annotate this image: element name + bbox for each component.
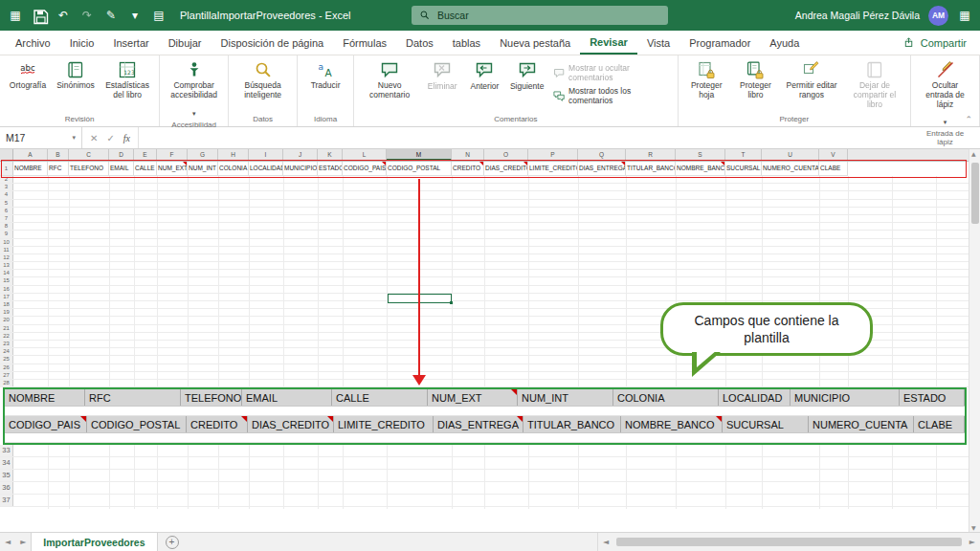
row-number[interactable]: 6: [0, 208, 13, 214]
row-number[interactable]: 9: [0, 231, 13, 237]
workbook-statistics-button[interactable]: Estadísticas del libro: [100, 57, 154, 100]
row-number[interactable]: 24: [0, 348, 13, 355]
row-number[interactable]: 7: [0, 215, 13, 222]
column-header[interactable]: V: [819, 149, 848, 161]
header-cell[interactable]: SUCURSAL: [725, 162, 762, 176]
column-header[interactable]: I: [249, 149, 283, 161]
spelling-button[interactable]: Ortografía: [5, 57, 51, 91]
header-cell[interactable]: NOMBRE_BANCO: [676, 162, 725, 176]
name-box[interactable]: M17▾: [0, 127, 82, 148]
share-button[interactable]: Compartir: [890, 31, 980, 55]
row-number[interactable]: 18: [0, 301, 13, 308]
header-cell[interactable]: NUMERO_CUENTA: [762, 162, 819, 176]
customize-qat-chevron-icon[interactable]: ▾: [127, 8, 143, 23]
ribbon-tab[interactable]: Datos: [396, 31, 443, 55]
column-header[interactable]: J: [283, 149, 318, 161]
row-number[interactable]: 16: [0, 286, 13, 293]
smart-lookup-button[interactable]: Búsqueda inteligente: [234, 57, 292, 100]
ribbon-tab[interactable]: Dibujar: [159, 31, 212, 55]
show-all-comments-button[interactable]: Mostrar todos los comentarios: [553, 86, 671, 105]
row-number[interactable]: 36: [0, 482, 13, 494]
column-header[interactable]: A: [13, 149, 48, 161]
sheet-row[interactable]: 28: [0, 380, 980, 387]
sheet-row[interactable]: 36: [0, 482, 980, 495]
sheet-row[interactable]: 34: [0, 457, 980, 470]
row-number[interactable]: 27: [0, 372, 13, 379]
formula-input[interactable]: [139, 127, 980, 148]
search-input[interactable]: Buscar: [412, 6, 668, 25]
row-number[interactable]: 1: [0, 162, 13, 176]
row-number[interactable]: 25: [0, 356, 13, 363]
sheet-row[interactable]: 15: [0, 277, 980, 285]
row-number[interactable]: 17: [0, 294, 13, 300]
redo-icon[interactable]: ↷: [79, 8, 95, 23]
column-header[interactable]: R: [626, 149, 676, 161]
sheet-row[interactable]: 7: [0, 215, 980, 223]
row-number[interactable]: 14: [0, 270, 13, 276]
column-header[interactable]: N: [452, 149, 484, 161]
row-number[interactable]: 28: [0, 380, 13, 386]
sheet-row[interactable]: 5: [0, 200, 980, 208]
cancel-icon[interactable]: ✕: [90, 133, 98, 143]
header-cell[interactable]: CREDITO: [452, 162, 484, 176]
table-icon[interactable]: ▤: [151, 8, 167, 23]
sheet-row[interactable]: 8: [0, 223, 980, 231]
insert-function-icon[interactable]: fx: [123, 133, 130, 143]
column-header[interactable]: Q: [578, 149, 626, 161]
header-cell[interactable]: NUM_INT: [188, 162, 218, 176]
ribbon-tab[interactable]: Archivo: [6, 31, 60, 55]
header-cell[interactable]: NUM_EXT: [157, 162, 188, 176]
sheet-row[interactable]: 27: [0, 372, 980, 380]
horizontal-scrollbar-thumb[interactable]: [616, 538, 962, 546]
column-header[interactable]: F: [157, 149, 188, 161]
column-header[interactable]: H: [218, 149, 249, 161]
ribbon-tab[interactable]: Revisar: [580, 31, 637, 55]
excel-app-icon[interactable]: ▦: [8, 8, 23, 23]
header-cell[interactable]: CALLE: [134, 162, 157, 176]
column-header[interactable]: U: [762, 149, 819, 161]
row-number[interactable]: 34: [0, 457, 13, 469]
show-hide-comment-button[interactable]: Mostrar u ocultar comentarios: [553, 63, 671, 82]
header-cell[interactable]: TELEFONO: [69, 162, 109, 176]
sheet-row[interactable]: 37: [0, 495, 980, 507]
sheet-row[interactable]: 33: [0, 445, 980, 457]
header-cell[interactable]: DIAS_CREDITO: [484, 162, 528, 176]
header-cell[interactable]: CODIGO_PAIS: [343, 162, 387, 176]
ribbon-display-options-icon[interactable]: ▦: [957, 8, 972, 23]
next-sheet-icon[interactable]: ►: [15, 533, 31, 551]
previous-comment-button[interactable]: Anterior: [464, 57, 504, 91]
ribbon-tab[interactable]: Disposición de página: [212, 31, 334, 55]
next-comment-button[interactable]: Siguiente: [507, 57, 547, 91]
row-number[interactable]: 10: [0, 239, 13, 246]
horizontal-scrollbar[interactable]: ◄ ►: [597, 533, 980, 551]
sheet-row[interactable]: 2: [0, 176, 980, 184]
column-header[interactable]: P: [528, 149, 578, 161]
vertical-scrollbar[interactable]: [969, 149, 980, 532]
allow-edit-ranges-button[interactable]: Permitir editar rangos: [781, 57, 842, 100]
select-all-corner[interactable]: [0, 149, 13, 161]
row-number[interactable]: 26: [0, 364, 13, 371]
vertical-scrollbar-thumb[interactable]: [971, 163, 979, 224]
avatar[interactable]: AM: [928, 6, 948, 26]
ribbon-tab[interactable]: tablas: [443, 31, 490, 55]
row-number[interactable]: 37: [0, 495, 13, 506]
sheet-row[interactable]: 6: [0, 208, 980, 215]
row-number[interactable]: 15: [0, 277, 13, 284]
new-sheet-button[interactable]: +: [166, 536, 179, 549]
translate-button[interactable]: Traducir: [302, 57, 348, 91]
worksheet-grid[interactable]: ABCDEFGHIJKLMNOPQRSTUV 1 NOMBRERFCTELEFO…: [0, 149, 980, 532]
column-header[interactable]: O: [484, 149, 528, 161]
row-number[interactable]: 5: [0, 200, 13, 207]
header-cell[interactable]: COLONIA: [218, 162, 249, 176]
scroll-right-icon[interactable]: ►: [965, 538, 980, 546]
sheet-row[interactable]: 35: [0, 470, 980, 482]
ribbon-tab[interactable]: Ayuda: [760, 31, 809, 55]
row-number[interactable]: 11: [0, 247, 13, 253]
sheet-row[interactable]: 17: [0, 294, 980, 301]
row-number[interactable]: 20: [0, 317, 13, 323]
protect-sheet-button[interactable]: Proteger hoja: [683, 57, 730, 100]
header-cell[interactable]: MUNICIPIO: [283, 162, 318, 176]
row-number[interactable]: 8: [0, 223, 13, 230]
header-cell[interactable]: LOCALIDAD: [249, 162, 283, 176]
row-number[interactable]: 2: [0, 176, 13, 183]
